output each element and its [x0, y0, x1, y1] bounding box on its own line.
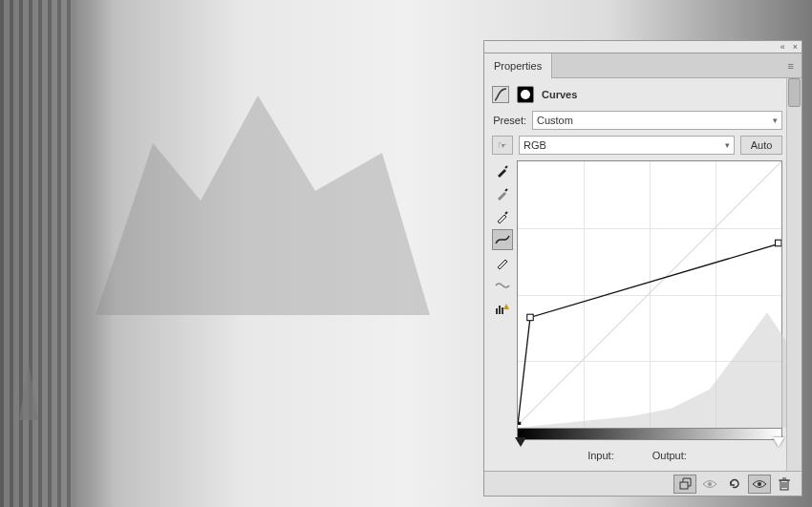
- svg-line-3: [518, 161, 781, 425]
- black-point-slider[interactable]: [515, 437, 526, 447]
- edit-points-tool-icon[interactable]: [492, 229, 513, 250]
- smooth-curve-icon[interactable]: [492, 275, 513, 296]
- svg-rect-5: [776, 240, 781, 245]
- gray-point-eyedropper-icon[interactable]: [492, 183, 513, 204]
- curve-area: [492, 160, 782, 440]
- curve-lines: [518, 161, 781, 425]
- panel-body: Curves Preset: Custom ▾ ☞ RGB ▾ Auto: [484, 78, 801, 471]
- panel-menu-icon[interactable]: ≡: [780, 60, 801, 72]
- input-output-row: Input: Output:: [492, 440, 782, 471]
- svg-rect-7: [680, 482, 688, 489]
- close-panel-icon[interactable]: ×: [793, 42, 798, 52]
- chevron-down-icon: ▾: [725, 140, 730, 150]
- svg-rect-0: [496, 308, 498, 314]
- input-label: Input:: [588, 450, 614, 461]
- panel-main-column: Curves Preset: Custom ▾ ☞ RGB ▾ Auto: [484, 78, 786, 471]
- target-adjustment-tool-icon[interactable]: ☞: [492, 136, 513, 155]
- properties-panel: Properties ≡ Curves Preset: Custom ▾ ☞ R…: [483, 53, 802, 496]
- white-point-eyedropper-icon[interactable]: [492, 206, 513, 227]
- view-previous-state-icon[interactable]: [698, 475, 721, 494]
- adjustment-title-row: Curves: [492, 86, 782, 103]
- tabbar: Properties ≡: [484, 53, 801, 78]
- image-mountain: [96, 67, 430, 315]
- curves-adjustment-icon[interactable]: [492, 86, 509, 103]
- chevron-down-icon: ▾: [773, 116, 778, 125]
- auto-button[interactable]: Auto: [740, 136, 782, 155]
- svg-rect-6: [518, 422, 521, 425]
- panel-topbar: « ×: [483, 40, 802, 53]
- collapse-panel-icon[interactable]: «: [780, 42, 785, 52]
- preset-label: Preset:: [492, 115, 526, 126]
- curve-canvas[interactable]: [517, 160, 782, 429]
- curve-box: [517, 160, 782, 440]
- preset-select[interactable]: Custom ▾: [532, 111, 782, 130]
- input-gradient-strip: [517, 429, 782, 440]
- channel-value: RGB: [524, 139, 546, 151]
- adjustment-title: Curves: [542, 89, 577, 100]
- black-point-eyedropper-icon[interactable]: [492, 160, 513, 181]
- toggle-visibility-icon[interactable]: [748, 475, 771, 494]
- preset-value: Custom: [537, 115, 573, 126]
- delete-adjustment-icon[interactable]: [773, 475, 796, 494]
- svg-rect-4: [527, 314, 533, 320]
- scrollbar-thumb[interactable]: [788, 78, 801, 107]
- svg-rect-2: [502, 307, 503, 314]
- svg-rect-1: [499, 306, 501, 314]
- panel-bottom-bar: [484, 471, 801, 496]
- channel-select[interactable]: RGB ▾: [519, 136, 735, 155]
- histogram-warning-icon[interactable]: [492, 298, 513, 319]
- draw-curve-pencil-icon[interactable]: [492, 252, 513, 273]
- reset-adjustment-icon[interactable]: [723, 475, 746, 494]
- svg-point-9: [758, 482, 761, 486]
- preset-row: Preset: Custom ▾: [492, 111, 782, 130]
- tab-properties[interactable]: Properties: [484, 53, 552, 78]
- curve-tools-column: [492, 160, 513, 440]
- panel-scrollbar[interactable]: [786, 78, 801, 471]
- output-label: Output:: [652, 450, 687, 461]
- svg-point-8: [708, 482, 712, 486]
- layer-mask-icon[interactable]: [517, 86, 534, 103]
- clip-to-layer-icon[interactable]: [673, 475, 696, 494]
- white-point-slider[interactable]: [773, 437, 784, 447]
- channel-row: ☞ RGB ▾ Auto: [492, 136, 782, 155]
- image-empire-state: [19, 363, 38, 420]
